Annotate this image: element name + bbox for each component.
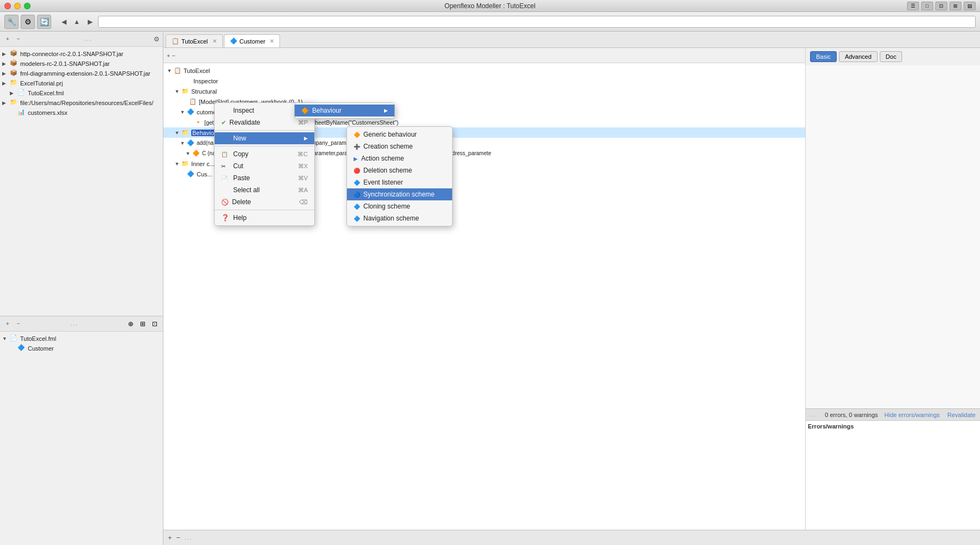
submenu-event[interactable]: 🔷 Event listener (347, 176, 452, 188)
title-btn-5[interactable]: ▤ (964, 2, 976, 10)
submenu-synchronization[interactable]: 🔵 Synchronization scheme (347, 188, 452, 200)
action-icon: ▶ (354, 156, 358, 162)
submenu-behaviour[interactable]: 🔶 Behaviour ▶ (295, 105, 394, 117)
delete-icon: 🚫 (221, 199, 229, 206)
panel-settings-btn[interactable]: ⚙ (154, 35, 160, 43)
props-content (806, 65, 980, 408)
tab-bar: 📋 TutoExcel ✕ 🔷 Customer ✕ (163, 32, 980, 48)
submenu-action-label: Action scheme (361, 155, 404, 162)
editor-status-dots: ... (185, 535, 192, 541)
close-button[interactable] (4, 3, 11, 9)
editor-toolbar: + − (163, 48, 805, 63)
address-bar[interactable] (98, 16, 976, 28)
title-btn-1[interactable]: ☰ (907, 2, 919, 10)
panel-remove-btn[interactable]: − (14, 35, 23, 44)
help-icon: ❓ (221, 214, 230, 222)
menu-help[interactable]: ❓ Help (215, 212, 314, 224)
menu-copy[interactable]: 📋 Copy ⌘C (215, 148, 314, 160)
tab-customer-close[interactable]: ✕ (270, 38, 274, 44)
submenu-action[interactable]: ▶ Action scheme (347, 152, 452, 164)
left-panel: + − ... ⚙ ▶ 📦 http-connector-rc-2.0.1-SN… (0, 32, 163, 545)
tree-item-prj[interactable]: ▶ 📁 ExcelTutorial.prj (0, 78, 163, 88)
editor-remove-btn[interactable]: − (176, 534, 181, 542)
props-basic-tab[interactable]: Basic (810, 51, 837, 62)
node-tutoexcel[interactable]: ▼ 📋 TutoExcel (163, 65, 805, 76)
props-advanced-tab[interactable]: Advanced (839, 51, 878, 62)
title-btn-2[interactable]: □ (921, 2, 933, 10)
minimize-button[interactable] (14, 3, 21, 9)
submenu-navigation[interactable]: 🔷 Navigation scheme (347, 212, 452, 224)
bottom-icon-3[interactable]: ⊡ (150, 319, 160, 329)
hide-errors-link[interactable]: Hide errors/warnings (885, 412, 940, 418)
editor-status-bar: + − ... (163, 530, 980, 545)
menu-cut[interactable]: ✂ Cut ⌘X (215, 160, 314, 172)
tree-item-jar3[interactable]: ▶ 📦 fml-diagramming-extension-2.0.1-SNAP… (0, 69, 163, 78)
deletion-icon: 🔴 (354, 168, 360, 174)
submenu-creation[interactable]: ➕ Creation scheme (347, 140, 452, 152)
tree-item-jar2[interactable]: ▶ 📦 modelers-rc-2.0.1-SNAPSHOT.jar (0, 59, 163, 69)
props-doc-tab[interactable]: Doc (880, 51, 903, 62)
editor-toolbar-add[interactable]: + − (167, 52, 175, 59)
cut-icon: ✂ (221, 163, 230, 169)
editor-add-btn[interactable]: + (168, 534, 172, 542)
tab-tutoexcel[interactable]: 📋 TutoExcel ✕ (166, 34, 223, 47)
bottom-icon-2[interactable]: ⊞ (138, 319, 148, 329)
check-icon: ✔ (221, 119, 226, 126)
toolbar-icon-3[interactable]: 🔄 (37, 15, 51, 29)
copy-icon: 📋 (221, 151, 230, 157)
title-btn-3[interactable]: ⊡ (935, 2, 947, 10)
toolbar-icon-2[interactable]: ⚙ (21, 15, 35, 29)
title-bar-right: ☰ □ ⊡ ⊞ ▤ (907, 2, 976, 10)
menu-paste[interactable]: 📄 Paste ⌘V (215, 172, 314, 184)
errors-panel: ... 0 errors, 0 warnings Hide errors/war… (806, 408, 980, 530)
tree-item-files[interactable]: ▶ 📁 file:/Users/mac/Repositories/resourc… (0, 98, 163, 108)
traffic-lights (4, 3, 31, 9)
bottom-panel-toolbar: + − ... ⊕ ⊞ ⊡ (0, 316, 163, 332)
tab-customer[interactable]: 🔷 Customer ✕ (224, 34, 281, 47)
left-panel-top: + − ... ⚙ ▶ 📦 http-connector-rc-2.0.1-SN… (0, 32, 163, 316)
tab-tutoexcel-close[interactable]: ✕ (212, 38, 217, 44)
bottom-tree-customer[interactable]: 🔷 Customer (0, 344, 163, 353)
submenu-cloning-label: Cloning scheme (363, 203, 410, 210)
main-layout: + − ... ⚙ ▶ 📦 http-connector-rc-2.0.1-SN… (0, 32, 980, 545)
bottom-icon-1[interactable]: ⊕ (126, 319, 136, 329)
submenu-deletion-label: Deletion scheme (363, 167, 412, 174)
generic-icon: 🔶 (354, 132, 360, 138)
submenu-behaviour-label: Behaviour (312, 107, 342, 114)
submenu-generic[interactable]: 🔶 Generic behaviour (347, 128, 452, 140)
tree-item-fml[interactable]: ▶ 📄 TutoExcel.fml (0, 88, 163, 98)
maximize-button[interactable] (24, 3, 31, 9)
menu-revalidate-shortcut: ⌘P (298, 119, 308, 126)
menu-cut-label: Cut (233, 162, 244, 170)
menu-delete[interactable]: 🚫 Delete ⌫ (215, 196, 314, 208)
tab-customer-label: Customer (240, 38, 266, 45)
submenu-deletion[interactable]: 🔴 Deletion scheme (347, 164, 452, 176)
nav-back[interactable]: ◀ (58, 16, 70, 28)
toolbar-icon-1[interactable]: 🔧 (4, 15, 19, 29)
errors-count: 0 errors, 0 warnings (825, 412, 878, 418)
menu-new-label: New (233, 134, 246, 142)
bottom-remove-btn[interactable]: − (14, 320, 23, 328)
panel-add-btn[interactable]: + (3, 35, 12, 44)
nav-forward[interactable]: ▶ (84, 16, 96, 28)
submenu-creation-label: Creation scheme (363, 143, 413, 150)
menu-inspect-label: Inspect (233, 107, 254, 114)
bottom-add-btn[interactable]: + (3, 320, 12, 328)
menu-new[interactable]: New ▶ (215, 132, 314, 144)
menu-select-all[interactable]: Select all ⌘A (215, 184, 314, 196)
revalidate-link[interactable]: Revalidate (947, 412, 976, 418)
creation-icon: ➕ (354, 144, 360, 150)
errors-content: Errors/warnings (806, 421, 980, 530)
title-btn-4[interactable]: ⊞ (949, 2, 961, 10)
submenu-cloning[interactable]: 🔷 Cloning scheme (347, 200, 452, 212)
submenu-navigation-label: Navigation scheme (363, 215, 419, 222)
menu-help-label: Help (233, 214, 247, 222)
node-structural[interactable]: ▼ 📁 Structural (163, 86, 805, 96)
node-inspector[interactable]: Inspector (163, 76, 805, 86)
tree-item-xlsx[interactable]: 📊 customers.xlsx (0, 108, 163, 118)
nav-up[interactable]: ▲ (71, 16, 83, 28)
submenu-sync-label: Synchronization scheme (363, 191, 435, 198)
bottom-tree-fml[interactable]: ▼ 📄 TutoExcel.fml (0, 334, 163, 344)
tree-item-jar1[interactable]: ▶ 📦 http-connector-rc-2.0.1-SNAPSHOT.jar (0, 49, 163, 59)
menu-sep-1 (215, 130, 314, 131)
